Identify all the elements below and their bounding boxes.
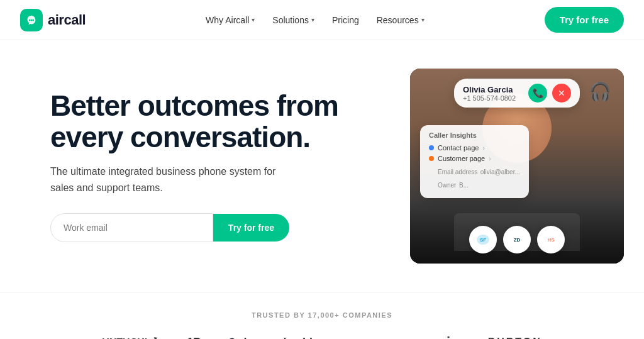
- logo-pipedrive: pipedrive: [277, 336, 325, 340]
- insights-row-2: Customer page ›: [429, 155, 520, 162]
- nav-cta-button[interactable]: Try for free: [545, 7, 624, 33]
- decline-call-button[interactable]: ✕: [552, 84, 571, 103]
- chevron-down-icon: ▾: [421, 16, 425, 23]
- hero-title: Better outcomes from every conversation.: [50, 90, 384, 153]
- owner-key: Owner: [438, 182, 456, 189]
- insights-row: Contact page ›: [429, 144, 520, 152]
- insights-email-row: Email address olivia@alber...: [438, 165, 520, 177]
- insights-owner-row: Owner B...: [438, 179, 520, 190]
- hero-image: 🎧 Olivia Garcia +1 505-574-0802 📞 ✕ Call…: [410, 69, 624, 264]
- navbar: aircall Why Aircall ▾ Solutions ▾ Pricin…: [0, 0, 644, 40]
- zendesk-icon: ZD: [503, 226, 531, 253]
- insights-title: Caller Insights: [429, 131, 520, 139]
- logo-burton: BURTON: [488, 336, 542, 339]
- nav-solutions[interactable]: Solutions ▾: [265, 10, 322, 30]
- logo-untuckit: UNTUCKit↗: [102, 335, 157, 339]
- svg-point-0: [29, 19, 31, 21]
- owner-value: B...: [459, 182, 469, 189]
- svg-text:ZD: ZD: [514, 237, 521, 243]
- logo-quip: quip: [431, 334, 457, 339]
- caller-name: Olivia Garcia: [463, 85, 523, 94]
- logo-1password: 1Passw⊙rd: [187, 335, 247, 339]
- hero-form: Try for free: [50, 213, 289, 242]
- hero-right: 🎧 Olivia Garcia +1 505-574-0802 📞 ✕ Call…: [397, 69, 624, 264]
- email-input[interactable]: [50, 213, 213, 242]
- customer-dot: [429, 156, 434, 161]
- hero-section: Better outcomes from every conversation.…: [0, 40, 644, 292]
- hero-left: Better outcomes from every conversation.…: [50, 90, 384, 242]
- caller-insights-card: Caller Insights Contact page › Customer …: [420, 125, 529, 198]
- hero-subtitle: The ultimate integrated business phone s…: [50, 164, 289, 196]
- call-notification-card: Olivia Garcia +1 505-574-0802 📞 ✕: [454, 79, 580, 108]
- accept-call-button[interactable]: 📞: [528, 84, 547, 103]
- chevron-down-icon: ▾: [252, 16, 255, 23]
- logo-link[interactable]: aircall: [20, 9, 86, 31]
- logo-text: aircall: [48, 12, 86, 28]
- nav-why-aircall[interactable]: Why Aircall ▾: [198, 10, 262, 30]
- call-info: Olivia Garcia +1 505-574-0802: [463, 85, 523, 102]
- logo-icon: [20, 9, 43, 31]
- customer-arrow: ›: [489, 155, 491, 162]
- contact-label: Contact page: [438, 144, 479, 152]
- logo-lokalise: ≡lokalise: [355, 335, 401, 340]
- logos-row: UNTUCKit↗ 1Passw⊙rd pipedrive ≡lokalise …: [20, 334, 624, 339]
- nav-pricing[interactable]: Pricing: [325, 10, 367, 30]
- trusted-section: TRUSTED BY 17,000+ COMPANIES UNTUCKit↗ 1…: [0, 292, 644, 339]
- svg-point-1: [31, 19, 33, 21]
- customer-label: Customer page: [438, 155, 485, 162]
- contact-arrow: ›: [482, 145, 484, 152]
- nav-links: Why Aircall ▾ Solutions ▾ Pricing Resour…: [198, 10, 432, 30]
- svg-text:SF: SF: [480, 237, 486, 243]
- hero-cta-button[interactable]: Try for free: [213, 214, 289, 242]
- chevron-down-icon: ▾: [311, 16, 314, 23]
- contact-dot: [429, 145, 434, 150]
- email-key: Email address: [438, 169, 477, 175]
- svg-point-2: [32, 19, 34, 21]
- svg-text:HS: HS: [547, 237, 555, 243]
- hubspot-icon: HS: [537, 226, 565, 253]
- salesforce-icon: SF: [469, 226, 497, 253]
- caller-number: +1 505-574-0802: [463, 94, 523, 102]
- email-value: olivia@alber...: [480, 169, 520, 175]
- trusted-label: TRUSTED BY 17,000+ COMPANIES: [20, 311, 624, 319]
- integrations-row: SF ZD HS: [469, 226, 565, 253]
- nav-resources[interactable]: Resources ▾: [369, 10, 432, 30]
